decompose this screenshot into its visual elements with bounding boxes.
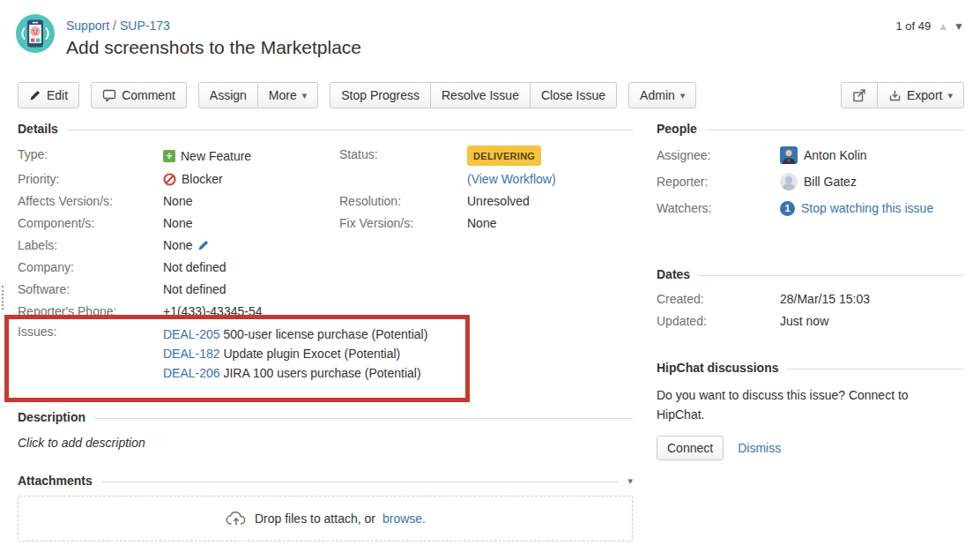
priority-label: Priority: xyxy=(18,170,163,188)
browse-link[interactable]: browse. xyxy=(382,511,426,526)
updated-label: Updated: xyxy=(657,314,780,328)
software-value: Not defined xyxy=(163,280,226,298)
export-button[interactable]: Export ▾ xyxy=(878,82,964,108)
type-value: New Feature xyxy=(181,147,251,165)
fix-version-label: Fix Version/s: xyxy=(339,214,467,232)
page-title: Add screenshots to the Marketplace xyxy=(66,37,361,58)
project-avatar xyxy=(16,14,55,53)
reporter-phone-label: Reporter's Phone: xyxy=(18,302,163,320)
list-item: DEAL-206 JIRA 100 users purchase (Potent… xyxy=(163,363,427,383)
details-heading-label: Details xyxy=(18,122,58,136)
admin-button-label: Admin xyxy=(640,88,675,102)
attachments-collapse-icon[interactable]: ▾ xyxy=(627,475,633,487)
component-value: None xyxy=(163,214,192,232)
watchers-count-badge[interactable]: 1 xyxy=(780,201,795,216)
labels-value: None xyxy=(163,236,192,254)
edit-labels-pencil-icon[interactable] xyxy=(197,239,210,251)
heading-rule xyxy=(67,130,633,131)
affects-version-label: Affects Version/s: xyxy=(18,192,163,210)
people-section-heading: People xyxy=(657,122,964,136)
more-button[interactable]: More ▾ xyxy=(258,82,318,108)
view-workflow-link[interactable]: (View Workflow) xyxy=(467,172,556,186)
issue-pager: 1 of 49 ▲ ▼ xyxy=(895,19,964,33)
issue-link[interactable]: DEAL-182 xyxy=(163,347,220,361)
heading-rule xyxy=(101,482,620,482)
issue-link[interactable]: DEAL-205 xyxy=(163,327,220,341)
priority-value: Blocker xyxy=(182,170,223,188)
description-section-heading: Description xyxy=(18,410,633,424)
pager-position: 1 of 49 xyxy=(895,19,931,33)
assign-button[interactable]: Assign xyxy=(198,82,258,108)
heading-rule xyxy=(787,369,964,370)
panel-grip-handle[interactable] xyxy=(2,286,4,310)
type-label: Type: xyxy=(18,146,163,166)
resolution-label: Resolution: xyxy=(339,192,467,210)
issue-summary: Update plugin Exocet (Potential) xyxy=(223,347,400,361)
linked-issues-list: DEAL-205 500-user license purchase (Pote… xyxy=(163,325,427,383)
assign-button-label: Assign xyxy=(210,88,247,102)
breadcrumb-issue-key-link[interactable]: SUP-173 xyxy=(120,19,170,33)
stop-progress-button[interactable]: Stop Progress xyxy=(330,82,431,108)
hipchat-connect-button[interactable]: Connect xyxy=(657,436,724,460)
comment-bubble-icon xyxy=(102,89,116,102)
edit-button[interactable]: Edit xyxy=(18,82,79,108)
hipchat-section-heading: HipChat discussions xyxy=(657,361,964,375)
software-label: Software: xyxy=(18,280,163,298)
resolve-issue-button[interactable]: Resolve Issue xyxy=(431,82,531,108)
hipchat-dismiss-link[interactable]: Dismiss xyxy=(738,441,781,455)
assignee-name-link[interactable]: Anton Kolin xyxy=(804,148,867,162)
assignee-label: Assignee: xyxy=(657,148,780,162)
pager-previous-icon[interactable]: ▲ xyxy=(938,20,948,33)
share-button[interactable] xyxy=(841,82,878,108)
chevron-down-icon: ▾ xyxy=(680,91,686,101)
dates-section-heading: Dates xyxy=(657,267,964,281)
breadcrumb: Support/SUP-173 xyxy=(66,19,170,33)
list-item: DEAL-182 Update plugin Exocet (Potential… xyxy=(163,344,427,363)
stop-progress-label: Stop Progress xyxy=(341,88,419,102)
created-value: 28/Mar/15 15:03 xyxy=(780,292,870,306)
reporter-phone-value: +1(433)-43345-54 xyxy=(163,302,262,320)
heading-rule xyxy=(706,130,964,131)
details-rows: Type: + New Feature Status: DELIVERING P… xyxy=(18,146,633,383)
issue-link[interactable]: DEAL-206 xyxy=(163,366,220,380)
reporter-avatar xyxy=(780,173,798,190)
attachments-section: Attachments ▾ Drop files to attach, or b… xyxy=(18,474,633,541)
comment-button[interactable]: Comment xyxy=(91,82,187,108)
admin-button[interactable]: Admin ▾ xyxy=(628,82,696,108)
fix-version-value: None xyxy=(467,214,633,232)
close-issue-button[interactable]: Close Issue xyxy=(531,82,617,108)
dropzone-text: Drop files to attach, or xyxy=(255,511,375,526)
status-badge: DELIVERING xyxy=(467,146,541,166)
jira-issue-page: Support/SUP-173 Add screenshots to the M… xyxy=(0,0,980,560)
resolve-issue-label: Resolve Issue xyxy=(442,88,519,102)
description-section: Description Click to add description xyxy=(18,410,633,450)
people-heading-label: People xyxy=(657,122,697,136)
dates-heading-label: Dates xyxy=(657,267,690,281)
breadcrumb-separator: / xyxy=(113,19,116,33)
list-item: DEAL-205 500-user license purchase (Pote… xyxy=(163,325,427,344)
issue-summary: JIRA 100 users purchase (Potential) xyxy=(223,366,420,380)
attachments-heading-label: Attachments xyxy=(18,474,93,488)
heading-rule xyxy=(699,275,964,276)
resolution-value: Unresolved xyxy=(467,192,633,210)
issues-label: Issues: xyxy=(18,325,163,383)
issue-summary: 500-user license purchase (Potential) xyxy=(223,327,427,341)
chevron-down-icon: ▾ xyxy=(302,91,308,101)
attachment-dropzone[interactable]: Drop files to attach, or browse. xyxy=(18,496,633,541)
details-section-heading: Details xyxy=(18,122,633,136)
attachments-section-heading: Attachments ▾ xyxy=(18,474,633,488)
description-placeholder[interactable]: Click to add description xyxy=(18,436,633,450)
chevron-down-icon: ▾ xyxy=(947,91,953,101)
new-feature-icon: + xyxy=(163,150,175,162)
breadcrumb-project-link[interactable]: Support xyxy=(66,19,109,33)
pager-next-icon[interactable]: ▼ xyxy=(954,20,964,33)
stop-watching-link[interactable]: Stop watching this issue xyxy=(801,201,933,215)
close-issue-label: Close Issue xyxy=(541,88,605,102)
comment-button-label: Comment xyxy=(122,88,175,102)
affects-version-value: None xyxy=(163,192,192,210)
updated-value: Just now xyxy=(780,314,828,328)
blocker-icon xyxy=(163,173,176,186)
reporter-name: Bill Gatez xyxy=(804,175,857,189)
hipchat-section: HipChat discussions Do you want to discu… xyxy=(657,361,964,460)
hipchat-heading-label: HipChat discussions xyxy=(657,361,778,375)
